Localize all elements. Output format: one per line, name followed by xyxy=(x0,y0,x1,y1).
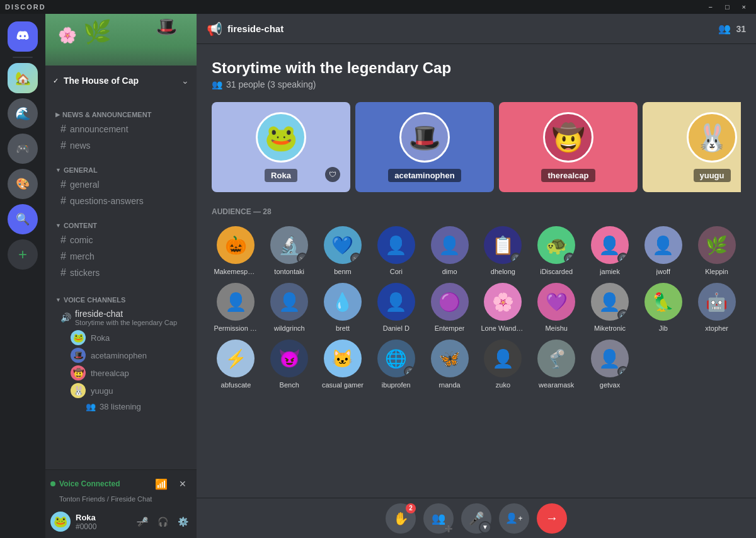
voice-user-therealcap[interactable]: 🤠 therealcap xyxy=(66,364,192,382)
voice-user-yuugu[interactable]: 🐰 yuugu xyxy=(66,382,192,399)
category-news-announcement[interactable]: ▶ NEWS & ANNOUNCEMENT xyxy=(45,101,197,121)
server-chevron: ⌄ xyxy=(181,76,189,86)
speaker-card-therealcap[interactable]: 🤠 therealcap xyxy=(499,102,638,192)
audience-member-wildgrinch[interactable]: 👤wildgrinch xyxy=(265,283,314,332)
audience-member-jamiek[interactable]: 👤🔊jamiek xyxy=(586,226,634,275)
channel-questions-answers[interactable]: # questions-answers xyxy=(50,193,192,209)
invite-button[interactable]: 👥➕ xyxy=(423,503,454,534)
audience-member-miketronic[interactable]: 👤🔊Miketronic xyxy=(586,283,634,332)
people-icon: 👥 xyxy=(212,79,222,89)
audience-member-jwoff[interactable]: 👤jwoff xyxy=(639,226,687,275)
server-icon-house-of-cap[interactable]: 🏡 xyxy=(8,63,38,93)
server-icon-2[interactable]: 🌊 xyxy=(8,98,38,129)
audience-member-wearamask[interactable]: 🦿wearamask xyxy=(532,340,581,389)
audience-member-entemper[interactable]: 🟣Entemper xyxy=(425,283,474,332)
audience-name: Meishu xyxy=(545,324,567,332)
audience-name: Permission Man xyxy=(214,324,258,332)
audience-member-abfuscate[interactable]: ⚡abfuscate xyxy=(212,340,260,389)
voice-users-list: 🐸 Roka 🎩 acetaminophen 🤠 therealcap 🐰 yu… xyxy=(45,329,197,414)
mic-button[interactable]: 🎤 ▼ xyxy=(461,503,491,534)
audience-member-makemespeakrr[interactable]: 🎃Makemespeakrr xyxy=(212,226,260,275)
voice-channel-fireside-chat[interactable]: 🔊 fireside-chat Storytime with the legen… xyxy=(50,306,192,329)
user-name: Roka xyxy=(76,513,129,522)
audience-member-brett[interactable]: 💧brett xyxy=(319,283,367,332)
audience-member-tontontaki[interactable]: 🔬🎮tontontaki xyxy=(265,226,314,275)
server-icon-4[interactable]: 🎨 xyxy=(8,169,38,199)
speaker-card-acetaminophen[interactable]: 🎩 acetaminophen xyxy=(355,102,494,192)
mute-button[interactable]: 🎤 xyxy=(134,513,151,530)
channel-general[interactable]: # general xyxy=(50,176,192,193)
audience-member-getvax[interactable]: 👤🔊getvax xyxy=(586,340,634,389)
deafen-button[interactable]: 🎧 xyxy=(154,513,171,530)
audience-member-kleppin[interactable]: 🌿Kleppin xyxy=(692,226,741,275)
raise-hand-button[interactable]: ✋ 2 xyxy=(386,503,416,534)
audience-member-idiscarded[interactable]: 🐢🔊iDiscarded xyxy=(532,226,581,275)
audience-member-dimo[interactable]: 👤dimo xyxy=(425,226,474,275)
channel-merch[interactable]: # merch xyxy=(50,248,192,265)
audience-name: benm xyxy=(334,268,352,275)
settings-button[interactable]: ⚙️ xyxy=(174,513,192,530)
channel-sidebar: ✓ The House of Cap ⌄ 🌿 🎩 🌸 ▶ NEWS & ANNO… xyxy=(45,14,197,538)
speaker-avatar-roka: 🐸 xyxy=(256,112,306,163)
channel-stickers[interactable]: # stickers xyxy=(50,265,192,281)
category-content[interactable]: ▼ CONTENT xyxy=(45,212,197,232)
audience-avatar: 👤🔊 xyxy=(591,283,629,321)
category-general[interactable]: ▼ GENERAL xyxy=(45,156,197,176)
add-server-button[interactable]: + xyxy=(8,239,38,270)
voice-connected-status: Voice Connected 📶 ✕ xyxy=(50,475,192,493)
channel-news[interactable]: # news xyxy=(50,137,192,154)
category-voice[interactable]: ▼ VOICE CHANNELS xyxy=(45,286,197,306)
voice-signal-icon[interactable]: 📶 xyxy=(152,475,170,493)
channel-announcement[interactable]: # announcement xyxy=(50,121,192,137)
voice-connected-text: Voice Connected xyxy=(59,479,120,488)
audience-name: dimo xyxy=(442,268,457,275)
close-button[interactable]: × xyxy=(737,3,751,11)
audience-member-jib[interactable]: 🦜Jib xyxy=(639,283,687,332)
speaker-card-roka[interactable]: 🐸 Roka 🛡 xyxy=(212,102,350,192)
discord-home-button[interactable] xyxy=(8,21,38,52)
audience-member-lone-wanderer[interactable]: 🌸Lone Wanderer xyxy=(479,283,527,332)
voice-user-roka[interactable]: 🐸 Roka xyxy=(66,329,192,346)
audience-header: AUDIENCE — 28 xyxy=(212,207,741,216)
speaker-avatar-acetaminophen: 🎩 xyxy=(399,112,450,163)
channel-comic[interactable]: # comic xyxy=(50,232,192,248)
voice-user-acetaminophen[interactable]: 🎩 acetaminophen xyxy=(66,346,192,364)
speaker-name-acetaminophen: acetaminophen xyxy=(388,169,461,182)
audience-member-benm[interactable]: 💙🎮benm xyxy=(319,226,367,275)
server-banner[interactable]: ✓ The House of Cap ⌄ 🌿 🎩 🌸 xyxy=(45,14,197,96)
hash-icon-5: # xyxy=(60,234,66,246)
leave-stage-button[interactable]: → xyxy=(537,503,567,534)
server-icon-3[interactable]: 🎮 xyxy=(8,134,38,164)
audience-avatar: 🎃 xyxy=(217,226,255,264)
add-to-stage-button[interactable]: 👤+ xyxy=(499,503,529,534)
app-layout: 🏡 🌊 🎮 🎨 🔍 + ✓ The House of Cap ⌄ 🌿 🎩 🌸 xyxy=(0,14,756,538)
server-icon-5[interactable]: 🔍 xyxy=(8,204,38,234)
hash-icon-7: # xyxy=(60,267,66,278)
audience-member-cori[interactable]: 👤Cori xyxy=(372,226,420,275)
audience-member-zuko[interactable]: 👤zuko xyxy=(479,340,527,389)
audience-avatar: 👤 xyxy=(217,283,255,321)
speaker-card-yuugu[interactable]: 🐰 yuugu xyxy=(643,102,741,192)
audience-member-dhelong[interactable]: 📋🔊dhelong xyxy=(479,226,527,275)
members-icon: 👥 xyxy=(718,23,731,35)
audience-member-daniel-d[interactable]: 👤Daniel D xyxy=(372,283,420,332)
audience-avatar: 🦋 xyxy=(431,340,469,377)
audience-member-bench[interactable]: 😈Bench xyxy=(265,340,314,389)
audience-member-casual-gamer[interactable]: 🐱casual gamer xyxy=(319,340,367,389)
audience-member-ibuprofen[interactable]: 🌐🔊ibuprofen xyxy=(372,340,420,389)
maximize-button[interactable]: □ xyxy=(720,3,735,11)
audience-member-meishu[interactable]: 💜Meishu xyxy=(532,283,581,332)
audience-name: Cori xyxy=(390,268,403,275)
audience-avatar: 👤 xyxy=(377,283,415,321)
audience-member-permission-man[interactable]: 👤Permission Man xyxy=(212,283,260,332)
audience-avatar: 🔬🎮 xyxy=(270,226,308,264)
audience-badge: 🔊 xyxy=(617,366,629,377)
audience-member-rnanda[interactable]: 🦋rnanda xyxy=(425,340,474,389)
audience-badge: 🔊 xyxy=(510,253,522,264)
titlebar-controls[interactable]: − □ × xyxy=(703,3,751,11)
channel-header-hash-icon: 📢 xyxy=(207,21,222,37)
minimize-button[interactable]: − xyxy=(703,3,717,11)
raise-hand-badge: 2 xyxy=(406,503,416,513)
audience-member-xtopher[interactable]: 🤖xtopher xyxy=(692,283,741,332)
voice-disconnect-icon[interactable]: ✕ xyxy=(174,475,192,493)
